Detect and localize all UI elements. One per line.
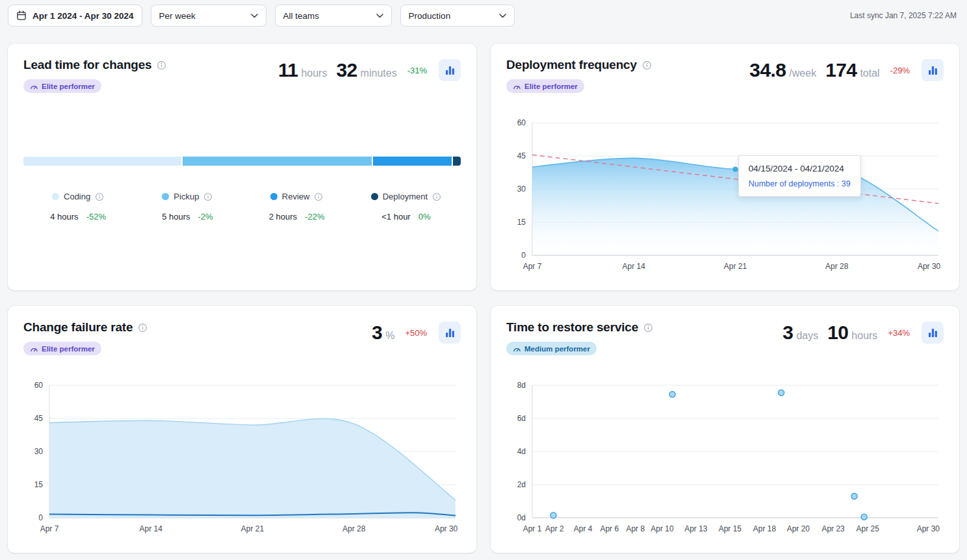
info-icon[interactable] bbox=[95, 192, 104, 201]
bar-chart-icon bbox=[928, 66, 938, 75]
stage-legend: CodingPickupReviewDeployment bbox=[23, 192, 461, 201]
svg-text:15: 15 bbox=[517, 218, 526, 227]
stage-dot bbox=[162, 193, 169, 200]
period-select[interactable]: Per week bbox=[151, 5, 266, 27]
svg-text:0: 0 bbox=[38, 513, 43, 522]
stage-legend-item: Review bbox=[242, 192, 352, 201]
tooltip-value: Number of deployments : 39 bbox=[749, 179, 851, 188]
svg-text:Apr 21: Apr 21 bbox=[241, 524, 264, 533]
metric-group: 34.8/week 174total bbox=[749, 59, 879, 81]
svg-text:30: 30 bbox=[34, 447, 44, 456]
delta-badge: -31% bbox=[407, 66, 427, 75]
metric-percent: 3% bbox=[372, 322, 394, 344]
gauge-icon bbox=[513, 83, 521, 90]
lead-time-stacked-bar[interactable] bbox=[23, 157, 461, 166]
stage-segment-review bbox=[373, 157, 452, 166]
bar-chart-button[interactable] bbox=[922, 322, 944, 344]
card-change-failure-rate: Change failure rate Elite performer bbox=[8, 306, 476, 553]
svg-text:Apr 28: Apr 28 bbox=[825, 262, 849, 271]
svg-text:6d: 6d bbox=[517, 414, 526, 423]
stage-value-item: 4 hours-52% bbox=[23, 212, 133, 222]
bar-chart-button[interactable] bbox=[439, 59, 461, 81]
change-failure-rate-chart[interactable]: 015304560Apr 7Apr 14Apr 21Apr 28Apr 30 bbox=[23, 379, 461, 537]
stage-legend-item: Coding bbox=[23, 192, 133, 201]
stage-delta: -2% bbox=[198, 212, 213, 222]
teams-select-value: All teams bbox=[283, 11, 320, 21]
topbar: Apr 1 2024 - Apr 30 2024 Per week All te… bbox=[0, 0, 967, 32]
svg-text:Apr 14: Apr 14 bbox=[623, 262, 646, 271]
gauge-icon bbox=[30, 83, 38, 90]
delta-badge: +34% bbox=[888, 328, 910, 338]
chevron-down-icon bbox=[499, 14, 506, 18]
metric-group: 3days 10hours bbox=[782, 322, 877, 344]
time-to-restore-chart[interactable]: 0d2d4d6d8dApr 1Apr 2Apr 4Apr 6Apr 8Apr 1… bbox=[506, 379, 944, 537]
stage-segment-deployment bbox=[453, 157, 461, 166]
metric-days: 3days bbox=[782, 322, 818, 344]
svg-text:Apr 14: Apr 14 bbox=[140, 524, 163, 533]
performer-badge-label: Elite performer bbox=[42, 345, 95, 353]
info-icon[interactable] bbox=[314, 192, 323, 201]
svg-text:Apr 20: Apr 20 bbox=[787, 524, 810, 533]
stage-legend-item: Deployment bbox=[352, 192, 461, 201]
metric-per-week: 34.8/week bbox=[749, 59, 816, 81]
svg-text:30: 30 bbox=[517, 185, 526, 194]
svg-text:Apr 30: Apr 30 bbox=[435, 524, 458, 533]
info-icon[interactable] bbox=[432, 192, 441, 201]
stage-dot bbox=[371, 193, 378, 200]
gauge-icon bbox=[30, 346, 38, 352]
stage-delta: -52% bbox=[86, 212, 106, 222]
chevron-down-icon bbox=[376, 14, 383, 18]
calendar-icon bbox=[16, 10, 27, 21]
bar-chart-icon bbox=[928, 328, 938, 338]
card-time-to-restore: Time to restore service Medium performer bbox=[491, 306, 959, 553]
stage-delta: 0% bbox=[419, 212, 431, 222]
svg-text:45: 45 bbox=[517, 151, 526, 160]
bar-chart-button[interactable] bbox=[439, 322, 461, 344]
svg-text:8d: 8d bbox=[517, 381, 526, 390]
svg-text:0d: 0d bbox=[517, 513, 526, 522]
environment-select-value: Production bbox=[409, 11, 451, 21]
info-icon[interactable] bbox=[157, 60, 166, 70]
svg-text:Apr 7: Apr 7 bbox=[40, 524, 59, 533]
stage-dot bbox=[270, 193, 277, 200]
bar-chart-button[interactable] bbox=[922, 59, 944, 81]
info-icon[interactable] bbox=[138, 323, 148, 333]
card-title: Lead time for changes bbox=[23, 58, 151, 72]
svg-text:Apr 30: Apr 30 bbox=[917, 524, 940, 533]
svg-text:Apr 10: Apr 10 bbox=[651, 524, 674, 533]
stage-label: Review bbox=[282, 192, 310, 201]
performer-badge-label: Elite performer bbox=[524, 83, 578, 90]
tooltip-date-range: 04/15/2024 - 04/21/2024 bbox=[749, 164, 851, 173]
svg-text:Apr 23: Apr 23 bbox=[821, 524, 845, 533]
teams-select[interactable]: All teams bbox=[275, 5, 392, 27]
environment-select[interactable]: Production bbox=[400, 5, 515, 27]
svg-text:45: 45 bbox=[34, 414, 44, 423]
performer-badge: Elite performer bbox=[23, 342, 101, 355]
deployment-frequency-chart[interactable]: 015304560Apr 7Apr 14Apr 21Apr 28Apr 30 bbox=[506, 116, 944, 275]
info-icon[interactable] bbox=[643, 323, 653, 333]
svg-text:Apr 13: Apr 13 bbox=[684, 524, 708, 533]
last-sync-label: Last sync Jan 7, 2025 7:22 AM bbox=[850, 11, 957, 20]
svg-text:15: 15 bbox=[34, 480, 44, 489]
svg-text:Apr 1: Apr 1 bbox=[523, 524, 542, 533]
stage-legend-item: Pickup bbox=[133, 192, 242, 201]
chart-tooltip: 04/15/2024 - 04/21/2024 Number of deploy… bbox=[738, 155, 861, 197]
svg-text:Apr 21: Apr 21 bbox=[724, 262, 747, 271]
chevron-down-icon bbox=[251, 14, 258, 18]
dashboard-grid: Lead time for changes Elite performer bbox=[0, 32, 967, 560]
info-icon[interactable] bbox=[203, 192, 213, 201]
stage-value-item: 5 hours-2% bbox=[133, 212, 242, 222]
stage-value: 2 hours bbox=[269, 212, 297, 222]
stage-value: 5 hours bbox=[162, 212, 190, 222]
svg-text:Apr 2: Apr 2 bbox=[545, 524, 564, 533]
info-icon[interactable] bbox=[642, 60, 652, 70]
stage-value-item: 2 hours-22% bbox=[242, 212, 352, 222]
date-range-picker[interactable]: Apr 1 2024 - Apr 30 2024 bbox=[8, 5, 142, 27]
bar-chart-icon bbox=[445, 328, 455, 338]
stage-segment-coding bbox=[23, 157, 181, 166]
svg-text:Apr 25: Apr 25 bbox=[857, 524, 880, 533]
stage-value: <1 hour bbox=[381, 212, 410, 222]
metric-total: 174total bbox=[825, 59, 880, 81]
stage-label: Coding bbox=[64, 192, 90, 201]
delta-badge: +50% bbox=[405, 328, 427, 338]
